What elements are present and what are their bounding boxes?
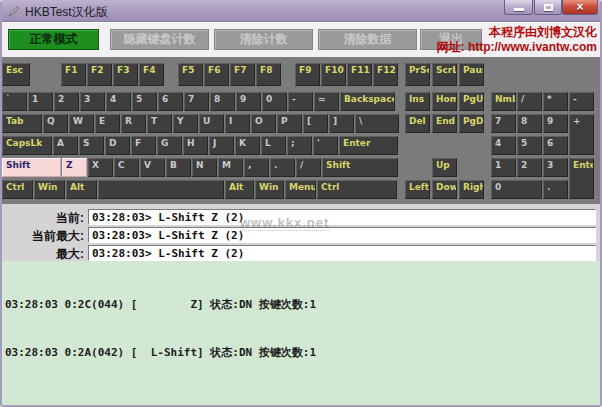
key-b: B (166, 158, 191, 177)
key-2: 2 (54, 92, 79, 111)
numpad-key-3: 3 (543, 158, 568, 177)
maximize-button[interactable] (534, 0, 562, 15)
key-gap (165, 63, 178, 86)
key-end: End (432, 114, 457, 133)
key-f1: F1 (61, 63, 86, 86)
credit-text: 本程序由刘博文汉化 网址: http://www.ivantw.com (437, 25, 597, 55)
key-t: T (147, 114, 172, 133)
key-symbol: / (296, 158, 321, 177)
numpad-key-symbol: - (569, 92, 594, 111)
key-symbol: = (314, 92, 339, 111)
current-max-field[interactable]: 03:28:03> L-Shift Z (2) (88, 227, 596, 243)
key-w: W (69, 114, 94, 133)
key-5: 5 (132, 92, 157, 111)
key-3: 3 (80, 92, 105, 111)
key-ctrl: Ctrl (2, 180, 33, 199)
numpad-key-symbol: * (543, 92, 568, 111)
key-f7: F7 (230, 63, 255, 86)
key-f12: F12 (373, 63, 398, 86)
key-esc: Esc (2, 63, 30, 86)
key-c: C (114, 158, 139, 177)
numpad-key-symbol: / (517, 92, 542, 111)
key-symbol: - (288, 92, 313, 111)
key-s: S (79, 136, 104, 155)
key-l: L (261, 136, 286, 155)
key-win: Win (34, 180, 65, 199)
key-m: M (218, 158, 243, 177)
key-z: Z (62, 158, 87, 177)
status-section: 当前: 03:28:03> L-Shift Z (2) 当前最大: 03:28:… (0, 204, 602, 261)
key-space (98, 180, 224, 199)
key-f5: F5 (178, 63, 203, 86)
key-ctrl: Ctrl (317, 180, 397, 199)
hide-keyboard-count-button[interactable]: 隐藏键盘计数 (110, 29, 209, 50)
key-pgup: PgUp (459, 92, 484, 111)
numpad-key-8: 8 (517, 114, 542, 133)
numpad-key-4: 4 (491, 136, 516, 155)
key-y: Y (173, 114, 198, 133)
key-g: G (157, 136, 182, 155)
log-area[interactable]: 03:28:03 0:2C(044) [ Z] 状态:DN 按键次数:1 03:… (0, 261, 602, 407)
key-9: 9 (236, 92, 261, 111)
numpad-key-2: 2 (517, 158, 542, 177)
key-shift: Shift (322, 158, 398, 177)
current-max-label: 当前最大: (0, 228, 84, 245)
key-f2: F2 (87, 63, 112, 86)
close-button[interactable]: × (562, 0, 598, 15)
key-shift: Shift (2, 158, 61, 177)
key-symbol: , (244, 158, 269, 177)
clear-data-button[interactable]: 清除数据 (318, 29, 417, 50)
key-win: Win (255, 180, 284, 199)
key-v: V (140, 158, 165, 177)
log-line: 03:28:03 0:2A(042) [ L-Shift] 状态:DN 按键次数… (5, 345, 602, 361)
numpad-key-6: 6 (543, 136, 568, 155)
credit-line-2: 网址: http://www.ivantw.com (437, 40, 597, 55)
numpad-key-0: 0 (491, 180, 542, 199)
key-j: J (209, 136, 234, 155)
key-7: 7 (184, 92, 209, 111)
keyboard-main-block: EscF1F2F3F4F5F6F7F8F9F10F11F12`123456789… (2, 57, 400, 204)
numpad-key-7: 7 (491, 114, 516, 133)
key-a: A (53, 136, 78, 155)
key-symbol: ` (2, 92, 27, 111)
key-up: Up (432, 158, 457, 177)
key-4: 4 (106, 92, 131, 111)
minimize-icon (514, 8, 524, 11)
key-symbol: ; (287, 136, 312, 155)
key-del: Del (405, 114, 430, 133)
numpad-key-symbol: . (543, 180, 568, 199)
keyboard-panel: EscF1F2F3F4F5F6F7F8F9F10F11F12`123456789… (0, 57, 602, 204)
titlebar[interactable]: HKBTest汉化版 × (0, 0, 602, 22)
key-i: I (225, 114, 250, 133)
key-f8: F8 (256, 63, 281, 86)
normal-mode-button[interactable]: 正常模式 (8, 29, 99, 50)
max-field[interactable]: 03:28:03> L-Shift Z (2) (88, 245, 596, 261)
pen-icon (7, 4, 21, 18)
key-f10: F10 (321, 63, 346, 86)
minimize-button[interactable] (504, 0, 533, 15)
key-d: D (105, 136, 130, 155)
key-home: Home (432, 92, 457, 111)
key-p: P (277, 114, 302, 133)
key-prscr: PrScr (405, 63, 430, 86)
key-symbol: ] (329, 114, 354, 133)
current-field[interactable]: 03:28:03> L-Shift Z (2) (88, 209, 596, 225)
keyboard-numpad-block: NmLk/*-789+456123Enter0. (491, 57, 597, 204)
key-f11: F11 (347, 63, 372, 86)
key-symbol: [ (303, 114, 328, 133)
clear-count-button[interactable]: 清除计数 (214, 29, 313, 50)
key-right: Right (459, 180, 484, 199)
keyboard-row: CtrlWinAltAltWinMenuCtrl (2, 180, 398, 199)
keyboard-row: EscF1F2F3F4F5F6F7F8F9F10F11F12 (2, 63, 399, 86)
key-0: 0 (262, 92, 287, 111)
key-alt: Alt (225, 180, 254, 199)
key-left: Left (405, 180, 430, 199)
key-h: H (183, 136, 208, 155)
key-e: E (95, 114, 120, 133)
key-f9: F9 (295, 63, 320, 86)
key-x: X (88, 158, 113, 177)
key-f: F (131, 136, 156, 155)
numpad-key-enter: Enter (569, 158, 594, 199)
key-gap (282, 63, 295, 86)
key-symbol: . (270, 158, 295, 177)
